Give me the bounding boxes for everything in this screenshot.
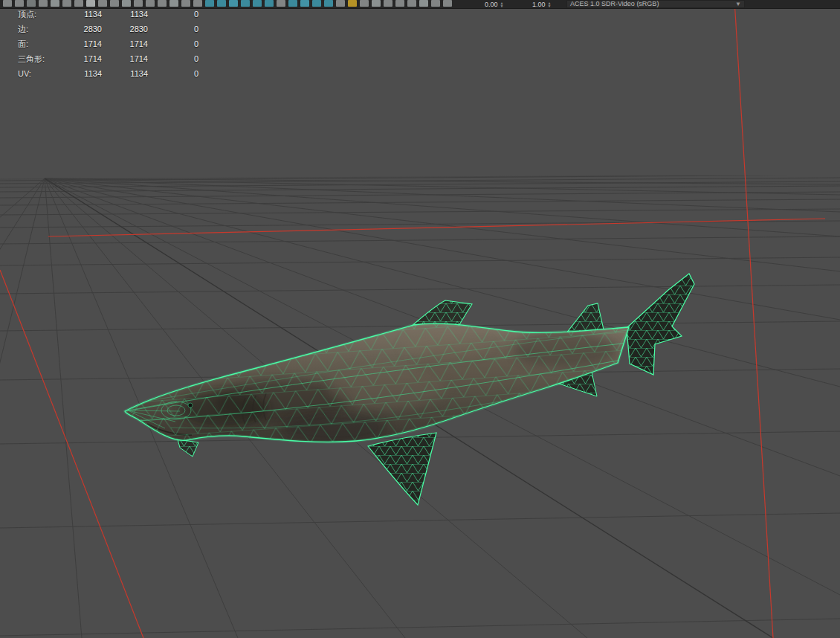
toolbar-icon[interactable]: [229, 0, 238, 7]
hud-value-selected: 1714: [102, 39, 148, 48]
toolbar-icon[interactable]: [74, 0, 83, 7]
toolbar-icon[interactable]: [15, 0, 24, 7]
toolbar-icon[interactable]: [217, 0, 226, 7]
toolbar-icon[interactable]: [51, 0, 59, 7]
hud-label: 三角形:: [18, 54, 76, 65]
poly-count-hud: 顶点: 1134 1134 0 边: 2830 2830 0 面: 1714 1…: [18, 7, 198, 81]
toolbar-icon[interactable]: [110, 0, 119, 7]
hud-label: 边:: [18, 24, 76, 35]
hud-value-total: 1134: [76, 10, 102, 19]
toolbar-value-field-2[interactable]: 1.00 ▲ ▼: [532, 0, 551, 8]
hud-row-uvs: UV: 1134 1134 0: [18, 66, 198, 81]
hud-value-selected: 2830: [102, 25, 148, 33]
toolbar-icon[interactable]: [360, 0, 369, 7]
toolbar-icon[interactable]: [312, 0, 321, 7]
hud-row-edges: 边: 2830 2830 0: [18, 22, 198, 36]
toolbar-icon[interactable]: [27, 0, 36, 7]
hud-label: 顶点:: [18, 9, 76, 20]
spinner-icon[interactable]: ▲ ▼: [548, 1, 552, 7]
toolbar-icon[interactable]: [407, 0, 416, 7]
hud-row-triangles: 三角形: 1714 1714 0: [18, 51, 198, 66]
toolbar-value-field-1-value: 0.00: [485, 1, 498, 8]
toolbar-icon[interactable]: [253, 0, 262, 7]
toolbar-icon[interactable]: [205, 0, 214, 7]
colorspace-dropdown[interactable]: ACES 1.0 SDR-Video (sRGB) ▼: [566, 0, 745, 8]
hud-value-total: 1714: [76, 54, 102, 63]
toolbar-icon[interactable]: [324, 0, 333, 7]
hud-value-component: 0: [148, 69, 198, 78]
toolbar-icon[interactable]: [384, 0, 392, 7]
toolbar-icon[interactable]: [241, 0, 250, 7]
toolbar-icon[interactable]: [288, 0, 297, 7]
toolbar-icon[interactable]: [277, 0, 285, 7]
shark-eye: [188, 403, 193, 407]
spinner-down-icon[interactable]: ▼: [500, 4, 504, 7]
toolbar-icon[interactable]: [348, 0, 357, 7]
toolbar-icon[interactable]: [3, 0, 12, 7]
hud-value-selected: 1134: [102, 69, 148, 78]
hud-value-component: 0: [148, 25, 198, 33]
toolbar-icon[interactable]: [134, 0, 143, 7]
toolbar-icon[interactable]: [62, 0, 71, 7]
maya-viewport-window: 0.00 ▲ ▼ 1.00 ▲ ▼ ACES 1.0 SDR-Video (sR…: [0, 0, 840, 638]
hud-value-total: 1714: [76, 39, 102, 48]
hud-value-component: 0: [148, 39, 198, 48]
spinner-down-icon[interactable]: ▼: [548, 4, 552, 7]
toolbar-icon[interactable]: [372, 0, 381, 7]
status-line-toolbar: 0.00 ▲ ▼ 1.00 ▲ ▼ ACES 1.0 SDR-Video (sR…: [0, 0, 840, 9]
toolbar-icon[interactable]: [146, 0, 155, 7]
toolbar-icon[interactable]: [443, 0, 452, 7]
hud-value-selected: 1714: [102, 54, 148, 63]
toolbar-value-field-1[interactable]: 0.00 ▲ ▼: [485, 0, 503, 8]
toolbar-icon[interactable]: [39, 0, 48, 7]
hud-label: UV:: [18, 69, 76, 78]
hud-row-faces: 面: 1714 1714 0: [18, 36, 198, 51]
hud-label: 面:: [18, 39, 76, 50]
toolbar-icon[interactable]: [98, 0, 107, 7]
toolbar-icon[interactable]: [122, 0, 131, 7]
toolbar-value-field-2-value: 1.00: [532, 1, 546, 8]
hud-value-total: 1134: [76, 69, 102, 78]
toolbar-icon[interactable]: [336, 0, 345, 7]
viewport-3d[interactable]: [0, 0, 840, 638]
toolbar-icon[interactable]: [395, 0, 404, 7]
toolbar-icon[interactable]: [86, 0, 95, 7]
chevron-down-icon: ▼: [735, 1, 741, 7]
hud-row-vertices: 顶点: 1134 1134 0: [18, 7, 198, 22]
toolbar-icon[interactable]: [265, 0, 274, 7]
hud-value-component: 0: [148, 54, 198, 63]
toolbar-icon[interactable]: [158, 0, 167, 7]
spinner-icon[interactable]: ▲ ▼: [500, 1, 504, 7]
hud-value-total: 2830: [76, 25, 102, 33]
toolbar-icon[interactable]: [181, 0, 190, 7]
toolbar-icon[interactable]: [193, 0, 202, 7]
toolbar-icon[interactable]: [419, 0, 428, 7]
hud-value-component: 0: [148, 10, 198, 19]
hud-value-selected: 1134: [102, 10, 148, 19]
toolbar-icon[interactable]: [431, 0, 440, 7]
colorspace-dropdown-value: ACES 1.0 SDR-Video (sRGB): [570, 1, 659, 7]
toolbar-icon[interactable]: [300, 0, 309, 7]
toolbar-icon[interactable]: [169, 0, 178, 7]
